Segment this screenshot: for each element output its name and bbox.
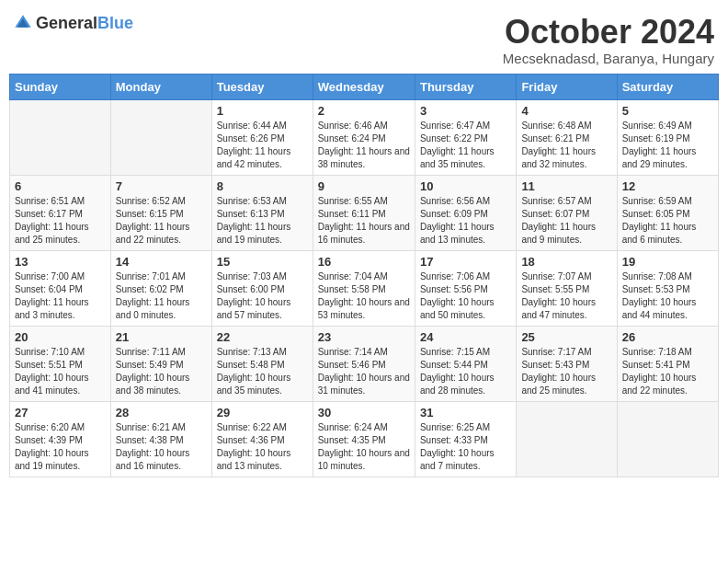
calendar-cell: 7Sunrise: 6:52 AM Sunset: 6:15 PM Daylig… <box>110 175 211 250</box>
calendar-cell: 22Sunrise: 7:13 AM Sunset: 5:48 PM Dayli… <box>211 326 313 401</box>
day-info: Sunrise: 7:17 AM Sunset: 5:43 PM Dayligh… <box>521 346 611 397</box>
calendar-cell: 23Sunrise: 7:14 AM Sunset: 5:46 PM Dayli… <box>313 326 415 401</box>
day-info: Sunrise: 7:14 AM Sunset: 5:46 PM Dayligh… <box>318 346 410 397</box>
calendar-cell: 21Sunrise: 7:11 AM Sunset: 5:49 PM Dayli… <box>110 326 211 401</box>
day-number: 25 <box>521 330 611 344</box>
calendar-cell: 11Sunrise: 6:57 AM Sunset: 6:07 PM Dayli… <box>517 175 617 250</box>
title-section: October 2024 Mecseknadasd, Baranya, Hung… <box>503 14 714 66</box>
day-info: Sunrise: 6:59 AM Sunset: 6:05 PM Dayligh… <box>622 195 713 247</box>
column-header-thursday: Thursday <box>415 74 516 99</box>
day-number: 13 <box>15 255 106 269</box>
day-number: 1 <box>217 104 308 118</box>
day-number: 10 <box>420 179 511 193</box>
day-number: 4 <box>521 104 611 118</box>
day-info: Sunrise: 7:00 AM Sunset: 6:04 PM Dayligh… <box>15 270 106 322</box>
day-info: Sunrise: 7:08 AM Sunset: 5:53 PM Dayligh… <box>622 270 713 322</box>
day-info: Sunrise: 6:56 AM Sunset: 6:09 PM Dayligh… <box>420 195 511 247</box>
calendar-cell: 16Sunrise: 7:04 AM Sunset: 5:58 PM Dayli… <box>313 250 415 326</box>
day-number: 9 <box>318 179 410 193</box>
day-number: 11 <box>521 179 611 193</box>
column-header-sunday: Sunday <box>10 74 111 99</box>
day-number: 7 <box>116 179 207 193</box>
day-info: Sunrise: 7:11 AM Sunset: 5:49 PM Dayligh… <box>116 346 207 397</box>
day-info: Sunrise: 7:04 AM Sunset: 5:58 PM Dayligh… <box>318 270 410 322</box>
calendar-cell: 10Sunrise: 6:56 AM Sunset: 6:09 PM Dayli… <box>415 175 516 250</box>
calendar-cell: 30Sunrise: 6:24 AM Sunset: 4:35 PM Dayli… <box>313 401 415 477</box>
calendar-cell: 20Sunrise: 7:10 AM Sunset: 5:51 PM Dayli… <box>10 326 111 401</box>
logo-icon <box>14 14 32 32</box>
day-info: Sunrise: 6:22 AM Sunset: 4:36 PM Dayligh… <box>217 421 308 473</box>
calendar-cell: 5Sunrise: 6:49 AM Sunset: 6:19 PM Daylig… <box>617 99 718 175</box>
calendar-week-row: 6Sunrise: 6:51 AM Sunset: 6:17 PM Daylig… <box>10 175 719 250</box>
day-info: Sunrise: 6:52 AM Sunset: 6:15 PM Dayligh… <box>116 195 207 247</box>
location-subtitle: Mecseknadasd, Baranya, Hungary <box>503 51 714 66</box>
column-header-friday: Friday <box>517 74 617 99</box>
day-info: Sunrise: 6:48 AM Sunset: 6:21 PM Dayligh… <box>521 120 611 171</box>
day-info: Sunrise: 6:25 AM Sunset: 4:33 PM Dayligh… <box>420 421 511 473</box>
calendar-cell: 1Sunrise: 6:44 AM Sunset: 6:26 PM Daylig… <box>211 99 313 175</box>
calendar-table: SundayMondayTuesdayWednesdayThursdayFrid… <box>9 74 719 477</box>
day-number: 2 <box>318 104 410 118</box>
day-info: Sunrise: 6:51 AM Sunset: 6:17 PM Dayligh… <box>15 195 106 247</box>
page-header: GeneralBlue October 2024 Mecseknadasd, B… <box>9 9 719 66</box>
day-number: 26 <box>622 330 713 344</box>
calendar-cell: 31Sunrise: 6:25 AM Sunset: 4:33 PM Dayli… <box>415 401 516 477</box>
calendar-cell: 12Sunrise: 6:59 AM Sunset: 6:05 PM Dayli… <box>617 175 718 250</box>
day-info: Sunrise: 7:03 AM Sunset: 6:00 PM Dayligh… <box>217 270 308 322</box>
logo-general: General <box>36 14 97 32</box>
column-header-saturday: Saturday <box>617 74 718 99</box>
calendar-cell: 9Sunrise: 6:55 AM Sunset: 6:11 PM Daylig… <box>313 175 415 250</box>
day-number: 24 <box>420 330 511 344</box>
column-header-monday: Monday <box>110 74 211 99</box>
day-info: Sunrise: 6:44 AM Sunset: 6:26 PM Dayligh… <box>217 120 308 171</box>
calendar-cell <box>517 401 617 477</box>
calendar-cell: 3Sunrise: 6:47 AM Sunset: 6:22 PM Daylig… <box>415 99 516 175</box>
day-number: 31 <box>420 406 511 419</box>
calendar-cell <box>10 99 111 175</box>
day-info: Sunrise: 6:24 AM Sunset: 4:35 PM Dayligh… <box>318 421 410 473</box>
calendar-cell: 14Sunrise: 7:01 AM Sunset: 6:02 PM Dayli… <box>110 250 211 326</box>
calendar-cell: 25Sunrise: 7:17 AM Sunset: 5:43 PM Dayli… <box>517 326 617 401</box>
day-number: 12 <box>622 179 713 193</box>
calendar-cell: 13Sunrise: 7:00 AM Sunset: 6:04 PM Dayli… <box>10 250 111 326</box>
calendar-cell: 26Sunrise: 7:18 AM Sunset: 5:41 PM Dayli… <box>617 326 718 401</box>
column-header-tuesday: Tuesday <box>211 74 313 99</box>
day-number: 29 <box>217 406 308 419</box>
calendar-cell: 4Sunrise: 6:48 AM Sunset: 6:21 PM Daylig… <box>517 99 617 175</box>
day-number: 17 <box>420 255 511 269</box>
calendar-cell: 19Sunrise: 7:08 AM Sunset: 5:53 PM Dayli… <box>617 250 718 326</box>
day-info: Sunrise: 7:06 AM Sunset: 5:56 PM Dayligh… <box>420 270 511 322</box>
calendar-cell: 6Sunrise: 6:51 AM Sunset: 6:17 PM Daylig… <box>10 175 111 250</box>
day-info: Sunrise: 7:15 AM Sunset: 5:44 PM Dayligh… <box>420 346 511 397</box>
day-info: Sunrise: 7:01 AM Sunset: 6:02 PM Dayligh… <box>116 270 207 322</box>
calendar-cell: 8Sunrise: 6:53 AM Sunset: 6:13 PM Daylig… <box>211 175 313 250</box>
day-number: 14 <box>116 255 207 269</box>
day-info: Sunrise: 6:21 AM Sunset: 4:38 PM Dayligh… <box>116 421 207 473</box>
calendar-week-row: 27Sunrise: 6:20 AM Sunset: 4:39 PM Dayli… <box>10 401 719 477</box>
day-info: Sunrise: 6:20 AM Sunset: 4:39 PM Dayligh… <box>15 421 106 473</box>
calendar-cell: 15Sunrise: 7:03 AM Sunset: 6:00 PM Dayli… <box>211 250 313 326</box>
day-info: Sunrise: 6:47 AM Sunset: 6:22 PM Dayligh… <box>420 120 511 171</box>
day-number: 30 <box>318 406 410 419</box>
calendar-week-row: 13Sunrise: 7:00 AM Sunset: 6:04 PM Dayli… <box>10 250 719 326</box>
day-info: Sunrise: 6:46 AM Sunset: 6:24 PM Dayligh… <box>318 120 410 171</box>
calendar-cell: 28Sunrise: 6:21 AM Sunset: 4:38 PM Dayli… <box>110 401 211 477</box>
calendar-header-row: SundayMondayTuesdayWednesdayThursdayFrid… <box>10 74 719 99</box>
day-number: 6 <box>15 179 106 193</box>
day-number: 19 <box>622 255 713 269</box>
day-info: Sunrise: 6:57 AM Sunset: 6:07 PM Dayligh… <box>521 195 611 247</box>
calendar-cell: 29Sunrise: 6:22 AM Sunset: 4:36 PM Dayli… <box>211 401 313 477</box>
day-info: Sunrise: 7:18 AM Sunset: 5:41 PM Dayligh… <box>622 346 713 397</box>
calendar-week-row: 1Sunrise: 6:44 AM Sunset: 6:26 PM Daylig… <box>10 99 719 175</box>
calendar-cell: 2Sunrise: 6:46 AM Sunset: 6:24 PM Daylig… <box>313 99 415 175</box>
calendar-cell <box>617 401 718 477</box>
day-info: Sunrise: 7:07 AM Sunset: 5:55 PM Dayligh… <box>521 270 611 322</box>
calendar-cell: 27Sunrise: 6:20 AM Sunset: 4:39 PM Dayli… <box>10 401 111 477</box>
day-info: Sunrise: 7:13 AM Sunset: 5:48 PM Dayligh… <box>217 346 308 397</box>
day-number: 20 <box>15 330 106 344</box>
day-info: Sunrise: 6:55 AM Sunset: 6:11 PM Dayligh… <box>318 195 410 247</box>
calendar-cell: 18Sunrise: 7:07 AM Sunset: 5:55 PM Dayli… <box>517 250 617 326</box>
day-info: Sunrise: 7:10 AM Sunset: 5:51 PM Dayligh… <box>15 346 106 397</box>
day-number: 16 <box>318 255 410 269</box>
logo: GeneralBlue <box>14 14 133 32</box>
